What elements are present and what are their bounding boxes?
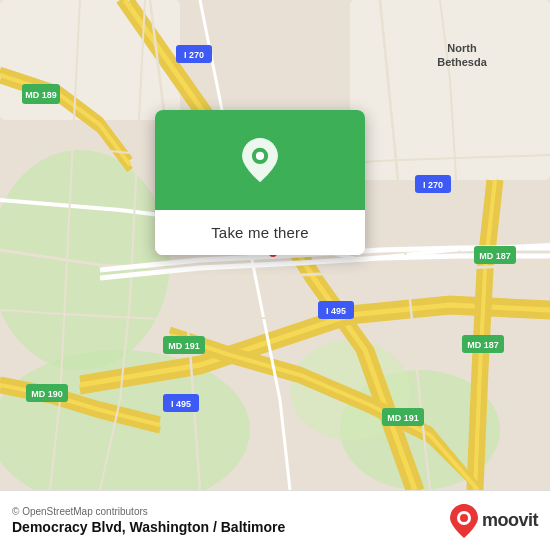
svg-text:I 270: I 270: [423, 180, 443, 190]
location-title: Democracy Blvd, Washington / Baltimore: [12, 519, 285, 535]
bottom-bar: © OpenStreetMap contributors Democracy B…: [0, 490, 550, 550]
svg-text:North: North: [447, 42, 477, 54]
svg-point-33: [460, 514, 468, 522]
location-pin-icon: [238, 138, 282, 182]
osm-credit: © OpenStreetMap contributors: [12, 506, 285, 517]
popup-card: Take me there: [155, 110, 365, 255]
take-me-there-button[interactable]: Take me there: [155, 210, 365, 255]
svg-text:Bethesda: Bethesda: [437, 56, 487, 68]
svg-text:I 270: I 270: [184, 50, 204, 60]
svg-text:MD 191: MD 191: [387, 413, 419, 423]
svg-text:I 495: I 495: [326, 306, 346, 316]
svg-text:MD 187: MD 187: [467, 340, 499, 350]
svg-text:MD 189: MD 189: [25, 90, 57, 100]
bottom-info: © OpenStreetMap contributors Democracy B…: [12, 506, 285, 535]
moovit-brand-text: moovit: [482, 510, 538, 531]
svg-text:MD 187: MD 187: [479, 251, 511, 261]
moovit-logo: moovit: [450, 504, 538, 538]
svg-text:MD 190: MD 190: [31, 389, 63, 399]
svg-text:I 495: I 495: [171, 399, 191, 409]
svg-point-31: [256, 152, 264, 160]
svg-text:MD 191: MD 191: [168, 341, 200, 351]
moovit-pin-icon: [450, 504, 478, 538]
popup-header: [155, 110, 365, 210]
map-container: MD 189 I 270 I 270 MD 187 MD 187 MD 191 …: [0, 0, 550, 490]
